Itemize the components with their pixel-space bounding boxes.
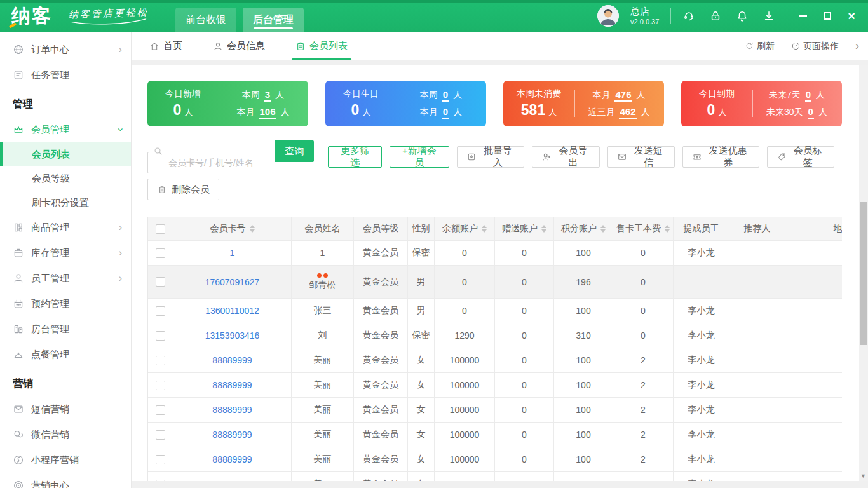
row-checkbox[interactable] xyxy=(156,277,165,287)
more-chevron-icon[interactable]: › xyxy=(855,39,859,53)
nav-backend-button[interactable]: 后台管理 xyxy=(243,8,304,32)
scrollbar-down-arrow[interactable]: ▼ xyxy=(860,473,866,479)
cell-card_no[interactable]: 88889999 xyxy=(173,398,292,423)
download-icon[interactable] xyxy=(763,10,775,22)
tab-会员信息[interactable]: 会员信息 xyxy=(213,32,265,60)
cell-card_no[interactable]: 88889999 xyxy=(173,472,292,481)
nav-front-desk-button[interactable]: 前台收银 xyxy=(175,8,236,32)
member-card-link[interactable]: 1 xyxy=(230,248,235,258)
column-header-card_no[interactable]: 会员卡号 xyxy=(173,217,292,241)
stat-sub-value-link[interactable]: 0 xyxy=(805,89,811,102)
toolbar-button-5[interactable]: 发送短信 xyxy=(607,146,675,168)
sidebar-item[interactable]: 库存管理› xyxy=(0,240,131,266)
sidebar-item[interactable]: 预约管理 xyxy=(0,291,131,316)
scrollbar-thumb[interactable] xyxy=(860,202,867,345)
sort-caret-icon[interactable] xyxy=(665,225,670,233)
sidebar-item[interactable]: 房台管理 xyxy=(0,316,131,342)
cell-checkbox[interactable] xyxy=(148,447,173,472)
search-button[interactable]: 查询 xyxy=(275,140,314,162)
search-input[interactable] xyxy=(147,152,275,173)
member-card-link[interactable]: 88889999 xyxy=(212,380,252,390)
cell-card_no[interactable]: 88889999 xyxy=(173,447,292,472)
row-checkbox[interactable] xyxy=(156,248,165,258)
cell-card_no[interactable]: 1 xyxy=(173,241,292,266)
sort-caret-icon[interactable] xyxy=(482,225,487,233)
sidebar-item[interactable]: 短信营销 xyxy=(0,396,131,422)
cell-checkbox[interactable] xyxy=(148,348,173,373)
member-card-link[interactable]: 88889999 xyxy=(212,355,252,365)
avatar[interactable] xyxy=(597,5,619,27)
sort-caret-icon[interactable] xyxy=(250,225,255,233)
sidebar-subitem[interactable]: 刷卡积分设置 xyxy=(0,191,131,215)
sidebar-item[interactable]: 员工管理› xyxy=(0,266,131,291)
member-card-link[interactable]: 88889999 xyxy=(212,430,252,440)
cell-card_no[interactable]: 17607091627 xyxy=(173,266,292,299)
delete-member-button[interactable]: 删除会员 xyxy=(147,179,219,200)
column-header-staff[interactable]: 提成员工 xyxy=(674,217,729,241)
tab-会员列表[interactable]: 会员列表 xyxy=(295,32,348,60)
member-card-link[interactable]: 88889999 xyxy=(212,479,252,481)
lock-icon[interactable] xyxy=(709,10,722,22)
cell-checkbox[interactable] xyxy=(148,323,173,348)
cell-card_no[interactable]: 88889999 xyxy=(173,348,292,373)
stat-sub-value-link[interactable]: 0 xyxy=(442,89,449,102)
sidebar-subitem[interactable]: 会员列表 xyxy=(0,142,131,166)
sidebar-subitem[interactable]: 会员等级 xyxy=(0,166,131,191)
sidebar-item[interactable]: 点餐管理 xyxy=(0,342,131,367)
stat-sub-value-link[interactable]: 462 xyxy=(619,106,636,119)
row-checkbox[interactable] xyxy=(156,430,165,440)
column-header-gender[interactable]: 性别 xyxy=(408,217,435,241)
column-header-fee[interactable]: 售卡工本费 xyxy=(613,217,674,241)
member-card-link[interactable]: 88889999 xyxy=(212,405,252,415)
select-all-checkbox[interactable] xyxy=(156,224,165,234)
bell-icon[interactable] xyxy=(736,10,749,22)
sort-caret-icon[interactable] xyxy=(600,225,606,233)
member-card-link[interactable]: 17607091627 xyxy=(205,277,260,287)
stat-sub-value-link[interactable]: 0 xyxy=(808,106,814,119)
row-checkbox[interactable] xyxy=(156,331,165,341)
stat-sub-value-link[interactable]: 0 xyxy=(442,106,449,119)
column-header-address[interactable]: 地址 xyxy=(785,217,842,241)
sidebar-item[interactable]: 营销中心 xyxy=(0,473,131,488)
maximize-button[interactable] xyxy=(824,12,831,20)
cell-checkbox[interactable] xyxy=(148,398,173,423)
cell-checkbox[interactable] xyxy=(148,266,173,299)
column-header-gift[interactable]: 赠送账户 xyxy=(495,217,554,241)
cell-checkbox[interactable] xyxy=(148,423,173,447)
row-checkbox[interactable] xyxy=(156,455,165,464)
sidebar-item[interactable]: 小程序营销 xyxy=(0,447,131,473)
cell-checkbox[interactable] xyxy=(148,299,173,323)
close-button[interactable]: × xyxy=(848,10,855,22)
stat-sub-value-link[interactable]: 3 xyxy=(264,89,271,102)
column-header-referrer[interactable]: 推荐人 xyxy=(729,217,785,241)
stat-sub-value-link[interactable]: 106 xyxy=(259,106,276,119)
row-checkbox[interactable] xyxy=(156,356,165,365)
toolbar-button-7[interactable]: 会员标签 xyxy=(767,146,835,168)
sidebar-item[interactable]: 任务管理 xyxy=(0,62,131,88)
cell-checkbox[interactable] xyxy=(148,241,173,266)
row-checkbox[interactable] xyxy=(156,381,165,390)
toolbar-button-3[interactable]: 批量导入 xyxy=(457,146,525,168)
page-operations-button[interactable]: 页面操作 xyxy=(791,41,839,52)
minimize-button[interactable] xyxy=(799,15,807,17)
cell-card_no[interactable]: 13600110012 xyxy=(173,299,292,323)
member-card-link[interactable]: 13600110012 xyxy=(205,306,259,316)
cell-card_no[interactable]: 13153903416 xyxy=(173,323,292,348)
toolbar-button-4[interactable]: 会员导出 xyxy=(532,146,600,168)
tab-首页[interactable]: 首页 xyxy=(149,32,182,60)
member-card-link[interactable]: 13153903416 xyxy=(205,330,260,341)
sidebar-item[interactable]: 会员管理› xyxy=(0,117,131,142)
column-header-checkbox[interactable] xyxy=(148,217,173,241)
cell-card_no[interactable]: 88889999 xyxy=(173,423,292,447)
sidebar-item[interactable]: 商品管理› xyxy=(0,215,131,240)
stat-sub-value-link[interactable]: 476 xyxy=(614,89,632,102)
row-checkbox[interactable] xyxy=(156,306,165,316)
toolbar-button-6[interactable]: 发送优惠券 xyxy=(682,146,759,168)
column-header-name[interactable]: 会员姓名 xyxy=(292,217,354,241)
toolbar-button-2[interactable]: +新增会员 xyxy=(390,146,449,168)
column-header-level[interactable]: 会员等级 xyxy=(354,217,408,241)
row-checkbox[interactable] xyxy=(156,480,165,482)
sidebar-item[interactable]: 订单中心› xyxy=(0,37,131,62)
cell-checkbox[interactable] xyxy=(148,373,173,398)
cell-card_no[interactable]: 88889999 xyxy=(173,373,292,398)
